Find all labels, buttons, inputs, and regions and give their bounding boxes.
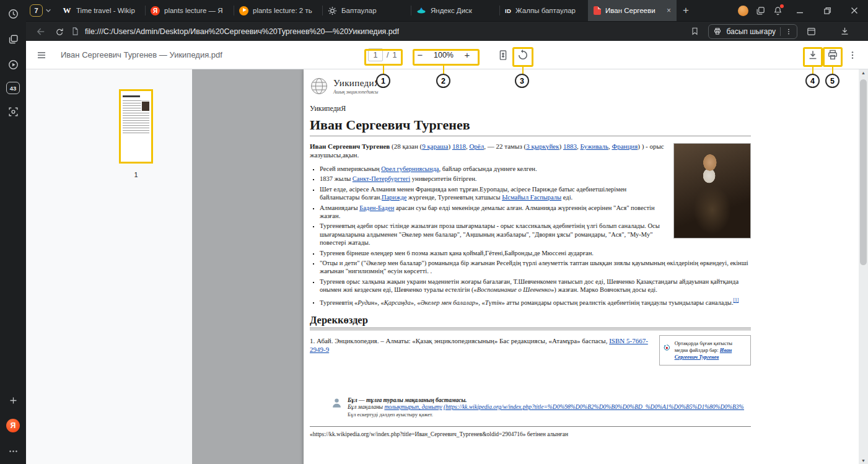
address-bar[interactable]: file:///C:/Users/Admin/Desktop/Иван%20Се…: [71, 27, 685, 36]
doc-text: Алманиядағы: [320, 204, 359, 211]
pdf-title: Иван Сергеевич Тургенев — Уикипедия.pdf: [61, 41, 222, 69]
doc-link[interactable]: Баден-Баден: [359, 204, 394, 211]
browser-tab-1[interactable]: WTime travel - Wikip: [56, 0, 145, 21]
page-number-input[interactable]: 1: [368, 48, 383, 61]
tabs-count-label: 43: [10, 85, 17, 92]
doc-link[interactable]: Ысмайыл Ғаспыралы: [502, 194, 561, 201]
doc-link[interactable]: Орел губерниясында: [381, 165, 439, 172]
doc-link[interactable]: Орёл: [469, 142, 484, 150]
history-icon[interactable]: [5, 6, 21, 22]
doc-link[interactable]: Парижде: [382, 194, 406, 201]
zoom-in-button[interactable]: +: [462, 50, 472, 60]
doc-link[interactable]: толықтырып, дамыту: [384, 404, 442, 410]
add-panel-icon[interactable]: [5, 392, 21, 408]
person-stub-icon: [331, 397, 343, 409]
heading-rule: [310, 330, 751, 330]
gear-icon: [328, 6, 337, 15]
doc-link[interactable]: 1818: [452, 142, 466, 150]
play-circle-icon[interactable]: [5, 56, 21, 72]
browser-sidebar: 43 Я: [0, 0, 26, 464]
bullet-item: Тургеневтің «Рудин», «Қарсаңда», «Әкелер…: [320, 296, 751, 307]
tab-panels-icon[interactable]: [5, 31, 21, 47]
scrollbar-thumb[interactable]: [860, 79, 867, 265]
print-menu-icon[interactable]: [785, 28, 792, 35]
doc-link[interactable]: (https://kk.wikipedia.org/w/index.php?ti…: [444, 404, 744, 410]
page-thumbnail[interactable]: [119, 89, 153, 164]
scroll-down-button[interactable]: ▼: [859, 458, 868, 463]
youtube-icon: [239, 6, 248, 15]
wikipedia-logo: УикипедиЯ Ашық энциклопедиясы: [310, 77, 751, 95]
rotate-button[interactable]: [517, 41, 529, 69]
doc-link[interactable]: 1883: [563, 142, 577, 150]
tab-title: Жалпы баптаулар: [515, 7, 582, 14]
menu-button[interactable]: [36, 41, 47, 69]
notifications-icon[interactable]: [769, 0, 786, 21]
browser-tab-2[interactable]: Яplants lecture — Я: [145, 0, 234, 21]
document-viewer[interactable]: УикипедиЯ Ашық энциклопедиясы УикипедиЯ …: [192, 69, 868, 464]
doc-link[interactable]: 3 қыркүйек: [526, 142, 559, 150]
doc-text: » атты романдары орыстың реалистік әдеби…: [502, 299, 734, 305]
fit-page-button[interactable]: [497, 41, 509, 69]
downloads-icon[interactable]: [836, 24, 853, 40]
print-button-label: басып шығару: [726, 27, 776, 36]
pdf-file-icon: [594, 6, 601, 15]
bookmark-icon[interactable]: [686, 24, 703, 40]
screenshot-icon[interactable]: [5, 103, 21, 120]
new-tab-button[interactable]: +: [677, 0, 695, 21]
back-button[interactable]: [32, 24, 50, 40]
scroll-up-button[interactable]: ▲: [859, 71, 868, 75]
article-title: Иван Сергеевич Тургенев: [310, 117, 751, 136]
doc-link[interactable]: Санкт-Петербургтегі: [353, 175, 410, 182]
browser-tab-7[interactable]: Иван Сергееви×: [588, 0, 677, 21]
doc-text: жүргенде, Тургеневтың хатшысы: [406, 194, 502, 201]
doc-text: , — 22 тамыз (: [484, 142, 526, 150]
portrait-image: [673, 143, 751, 239]
thumbnail-page-number: 1: [119, 171, 153, 178]
doc-link[interactable]: Франция: [612, 142, 638, 150]
panel-toggle-icon[interactable]: [802, 24, 820, 40]
tab-title: plants lecture: 2 ть: [253, 7, 317, 14]
doc-text: 1837 жылы: [320, 175, 353, 182]
doc-text: Әкелер мен балалар: [420, 299, 475, 305]
page-count: 1: [392, 51, 397, 59]
minimize-button[interactable]: [786, 0, 813, 21]
collections-icon[interactable]: [752, 0, 769, 21]
tabs-count-badge[interactable]: 43: [6, 82, 20, 94]
zoom-out-button[interactable]: −: [415, 50, 425, 60]
download-button[interactable]: [807, 41, 819, 69]
page-separator: /: [387, 51, 388, 59]
refresh-button[interactable]: [51, 24, 68, 40]
tabbar-right-controls: [734, 0, 868, 21]
wikipedia-icon: W: [62, 6, 72, 15]
doc-link[interactable]: [1]: [734, 297, 739, 303]
profile-avatar[interactable]: [734, 0, 752, 21]
scrollbar[interactable]: ▲ ▼: [859, 69, 868, 464]
doc-link[interactable]: Буживаль: [581, 142, 608, 150]
browser-tab-6[interactable]: IDЖалпы баптаулар: [499, 0, 588, 21]
close-tab-icon[interactable]: ×: [667, 7, 671, 14]
zoom-level: 100%: [431, 51, 456, 59]
browser-tab-5[interactable]: Яндекс Диск: [411, 0, 499, 21]
doc-link[interactable]: 9 қараша: [422, 142, 448, 150]
doc-text: Ресей империясының: [320, 165, 381, 172]
bullet-item: Тургенев бірнеше өлеңдер мен 6 поэма жаз…: [320, 249, 751, 257]
tab-counter-button[interactable]: 7: [30, 4, 51, 17]
print-page-button[interactable]: басып шығару: [708, 24, 797, 39]
more-options-button[interactable]: [848, 41, 857, 69]
doc-text: университетін бітірген.: [410, 175, 476, 182]
yandex-browser-logo[interactable]: Я: [5, 418, 21, 434]
browser-tab-3[interactable]: plants lecture: 2 ть: [234, 0, 322, 21]
close-button[interactable]: [841, 0, 868, 21]
browser-tab-4[interactable]: Баптаулар: [322, 0, 411, 21]
yandex-logo-icon: Я: [6, 419, 20, 432]
more-options-icon[interactable]: [5, 443, 21, 459]
commons-text: Ортақорда бұған қатысты медиа файлдар ба…: [675, 340, 747, 361]
article-content: УикипедиЯ Ашық энциклопедиясы УикипедиЯ …: [310, 77, 751, 437]
doc-text: "Отцы и дети" ("Әкелер мен балалар") ром…: [320, 260, 748, 274]
site-name-line: УикипедиЯ: [310, 104, 751, 113]
wikipedia-globe-icon: [310, 77, 328, 95]
doc-text: Рудин: [357, 299, 374, 305]
commons-logo-icon: [664, 340, 670, 355]
maximize-button[interactable]: [813, 0, 841, 21]
print-button[interactable]: [826, 41, 839, 69]
